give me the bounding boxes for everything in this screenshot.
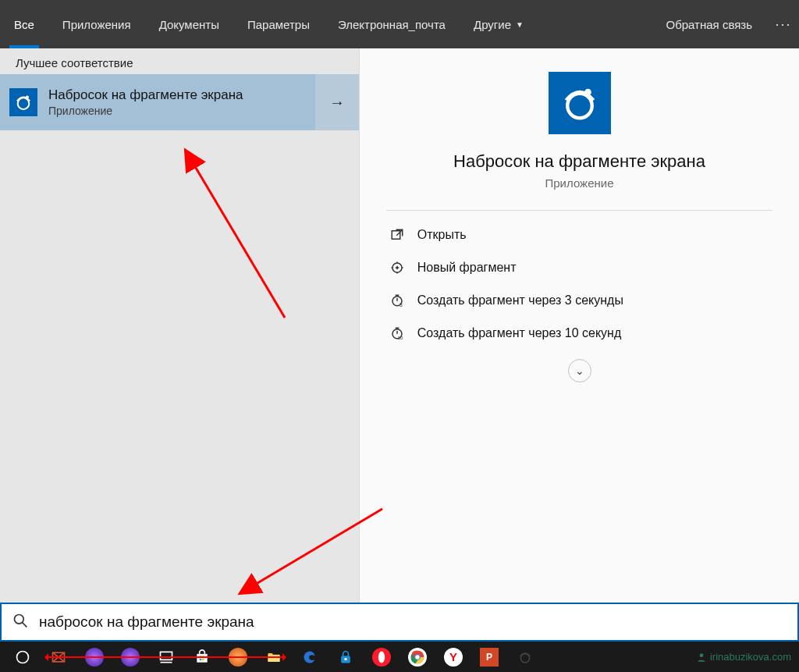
taskbar-powerpoint-icon[interactable]: P [471,642,507,672]
search-results-main: Лучшее соответствие Набросок на фрагмент… [0,48,799,603]
svg-text:3: 3 [400,302,403,308]
divider [386,210,772,211]
action-label: Открыть [417,228,467,242]
svg-point-3 [584,89,591,96]
tab-more[interactable]: Другие ▼ [460,0,538,48]
svg-rect-19 [200,656,201,658]
chevron-down-icon: ▼ [516,20,524,29]
taskbar-app-orange[interactable] [220,642,256,672]
feedback-label: Обратная связь [666,18,752,31]
taskbar-snip-icon[interactable] [41,642,76,672]
taskbar-store-icon[interactable] [184,642,220,672]
action-label: Создать фрагмент через 10 секунд [417,326,622,340]
tab-label: Приложения [62,18,131,31]
svg-rect-18 [197,653,207,662]
detail-subtitle: Приложение [545,176,614,190]
svg-rect-23 [268,655,280,661]
taskbar-app-purple-2[interactable] [112,642,148,672]
action-open[interactable]: Открыть [386,219,772,251]
taskbar-opera-icon[interactable] [364,642,400,672]
taskbar-cortana-icon[interactable] [5,642,41,672]
open-icon [386,228,408,242]
best-match-row: Набросок на фрагменте экрана Приложение … [0,74,359,130]
best-match-item[interactable]: Набросок на фрагменте экрана Приложение [0,74,315,130]
svg-rect-4 [392,231,400,240]
snip-sketch-app-icon [9,88,37,116]
result-subtitle: Приложение [48,105,243,117]
search-input[interactable] [39,613,787,631]
tab-label: Все [14,18,34,31]
taskbar-snip-sketch-icon[interactable] [507,642,543,672]
tab-label: Электронная_почта [338,18,446,31]
results-list-pane: Лучшее соответствие Набросок на фрагмент… [0,48,359,603]
watermark: irinabuzikova.com [696,642,791,672]
tab-all[interactable]: Все [0,0,48,48]
svg-line-13 [23,623,27,628]
taskbar: Y P irinabuzikova.com [0,642,799,672]
svg-rect-21 [200,658,201,660]
search-filter-tabs: Все Приложения Документы Параметры Элект… [0,0,799,48]
taskbar-lock-icon[interactable] [328,642,364,672]
action-label: Создать фрагмент через 3 секунды [417,293,623,308]
action-new-snip[interactable]: Новый фрагмент [386,251,772,284]
tab-settings[interactable]: Параметры [233,0,324,48]
action-snip-3s[interactable]: 3 Создать фрагмент через 3 секунды [386,284,772,317]
svg-point-1 [26,95,29,98]
timer-3-icon: 3 [386,293,408,308]
tab-apps[interactable]: Приложения [48,0,145,48]
more-options-button[interactable]: ··· [768,16,799,33]
tab-label: Другие [474,18,511,31]
svg-rect-22 [202,658,204,660]
chevron-down-icon: ⌄ [575,364,584,377]
svg-point-31 [700,653,704,657]
action-snip-10s[interactable]: 10 Создать фрагмент через 10 секунд [386,317,772,350]
svg-rect-16 [161,652,172,660]
detail-pane: Набросок на фрагменте экрана Приложение … [359,48,799,603]
open-detail-button[interactable]: → [315,74,359,130]
watermark-text: irinabuzikova.com [710,651,791,663]
tab-email[interactable]: Электронная_почта [324,0,460,48]
svg-point-29 [415,655,419,659]
search-icon [12,613,28,631]
taskbar-yandex-icon[interactable]: Y [435,642,471,672]
new-snip-icon [386,261,408,275]
svg-point-26 [378,651,385,663]
arrow-right-icon: → [329,94,345,112]
action-label: Новый фрагмент [417,261,517,275]
taskbar-taskview-icon[interactable] [148,642,184,672]
svg-point-25 [344,657,346,660]
search-box[interactable] [0,603,799,642]
expand-actions-button[interactable]: ⌄ [568,359,591,382]
taskbar-edge-icon[interactable] [292,642,328,672]
section-best-match: Лучшее соответствие [0,48,359,74]
timer-10-icon: 10 [386,326,408,340]
tab-label: Документы [159,18,219,31]
tab-documents[interactable]: Документы [145,0,233,48]
tab-label: Параметры [247,18,310,31]
svg-rect-20 [202,656,204,658]
result-title: Набросок на фрагменте экрана [48,87,243,103]
detail-app-icon [549,72,611,134]
taskbar-chrome-icon[interactable] [400,642,435,672]
svg-text:10: 10 [398,336,403,340]
taskbar-app-purple-1[interactable] [76,642,112,672]
feedback-link[interactable]: Обратная связь [650,18,768,31]
detail-title: Набросок на фрагменте экрана [453,151,705,172]
svg-point-12 [15,615,24,624]
svg-point-14 [17,651,29,663]
taskbar-explorer-icon[interactable] [256,642,292,672]
